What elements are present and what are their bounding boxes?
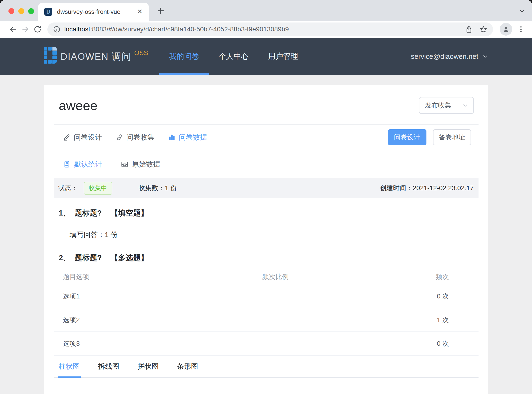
question-1-heading: 1、 题标题? 【填空题】	[59, 208, 479, 218]
subtab-label: 默认统计	[74, 160, 102, 169]
option-label: 选项2	[54, 316, 262, 324]
answer-value: 1 份	[105, 231, 118, 238]
user-email: service@diaowen.net	[411, 52, 478, 60]
question-2-heading: 2、 题标题? 【多选题】	[59, 253, 479, 263]
header-option: 题目选项	[54, 272, 262, 281]
chevron-down-icon	[462, 102, 469, 109]
profile-avatar[interactable]	[500, 23, 512, 36]
answer-table: 题目选项 频次比例 频次 选项1 0.00% 0 次 选项2 100.00% 1…	[54, 269, 479, 356]
frequency-value: 0 次	[408, 292, 479, 301]
header-frequency-ratio: 频次比例	[262, 272, 408, 281]
publish-select[interactable]: 发布收集	[419, 97, 474, 114]
table-row: 选项3 0.00% 0 次	[54, 332, 479, 356]
answer-url-button[interactable]: 答卷地址	[433, 129, 471, 145]
question-index: 1、	[59, 208, 71, 218]
collect-count-value: 1 份	[165, 184, 177, 192]
nav-item-personal-center[interactable]: 个人中心	[209, 38, 258, 75]
tab-label: 问卷设计	[74, 133, 102, 142]
url-bar[interactable]: localhost:8083/#/dw/survey/d/chart/c98fa…	[47, 22, 493, 36]
option-label: 选项3	[54, 339, 262, 348]
user-menu[interactable]: service@diaowen.net	[411, 52, 489, 60]
chart-tab-bar[interactable]: 条形图	[177, 362, 198, 371]
tab-survey-collect[interactable]: 问卷收集	[116, 133, 154, 142]
table-row: 选项2 100.00% 1 次	[54, 308, 479, 332]
main-menu: 我的问卷 个人中心 用户管理	[159, 38, 308, 75]
tab-label: 问卷收集	[126, 133, 154, 142]
site-info-icon[interactable]	[53, 26, 60, 33]
stats-subtabs: 默认统计 原始数据	[54, 150, 479, 178]
created-time-value: 2021-12-02 23:02:17	[413, 184, 474, 192]
subtab-raw-data[interactable]: 原始数据	[121, 160, 160, 169]
new-tab-button[interactable]: +	[157, 5, 164, 17]
chart-type-tabs: 柱状图 拆线图 拼状图 条形图	[54, 356, 479, 378]
question-type: 【填空题】	[111, 208, 148, 218]
survey-design-button[interactable]: 问卷设计	[388, 129, 426, 145]
browser-tab[interactable]: D dwsurvey-oss-front-vue ✕	[38, 3, 149, 21]
chart-tab-line[interactable]: 拆线图	[98, 362, 119, 371]
question-type: 【多选题】	[111, 253, 148, 263]
table-row: 选项1 0.00% 0 次	[54, 285, 479, 308]
option-label: 选项1	[54, 292, 262, 301]
brand: DIAOWEN 调问 OSS	[44, 47, 148, 66]
bar-chart-icon	[168, 134, 176, 141]
inbox-icon	[121, 161, 128, 168]
bookmark-star-icon[interactable]	[479, 25, 487, 33]
share-icon[interactable]	[465, 25, 473, 33]
reload-button[interactable]	[32, 23, 44, 35]
card-header: aweee 发布收集	[54, 85, 479, 124]
publish-select-value: 发布收集	[425, 101, 451, 110]
brand-badge: OSS	[134, 49, 148, 57]
tab-search-chevron-icon[interactable]	[518, 7, 525, 15]
brand-logo	[44, 47, 57, 66]
link-icon	[116, 134, 123, 141]
question-title: 题标题?	[74, 208, 102, 218]
tab-label: 问卷数据	[179, 133, 207, 142]
app-navbar: DIAOWEN 调问 OSS 我的问卷 个人中心 用户管理 service@di…	[0, 38, 532, 75]
window-controls	[8, 8, 34, 14]
frequency-value: 0 次	[408, 339, 479, 348]
collect-count: 收集数：1 份	[139, 184, 177, 192]
created-time: 创建时间：2021-12-02 23:02:17	[380, 184, 474, 192]
minimize-window-button[interactable]	[18, 8, 24, 14]
frequency-value: 1 次	[408, 316, 479, 324]
forward-button[interactable]	[19, 23, 32, 35]
favicon: D	[44, 8, 52, 16]
survey-card: aweee 发布收集 问卷设计 问卷收集	[44, 85, 488, 394]
answer-label: 填写回答：	[70, 231, 105, 238]
close-tab-icon[interactable]: ✕	[137, 8, 143, 15]
header-frequency: 频次	[408, 272, 479, 281]
question-1-answer: 填写回答：1 份	[70, 230, 479, 240]
chart-tab-pie[interactable]: 拼状图	[138, 362, 159, 371]
close-window-button[interactable]	[8, 8, 14, 14]
collect-count-label: 收集数：	[139, 184, 165, 192]
table-header: 题目选项 频次比例 频次	[54, 269, 479, 285]
tab-survey-design[interactable]: 问卷设计	[63, 133, 102, 142]
browser-window: D dwsurvey-oss-front-vue ✕ + localhost:8…	[0, 0, 532, 394]
tag-icon	[63, 161, 71, 168]
subtab-default-stats[interactable]: 默认统计	[63, 160, 102, 169]
url-text: localhost:8083/#/dw/survey/d/chart/c98fa…	[64, 26, 458, 33]
brand-name: DIAOWEN 调问	[60, 50, 131, 63]
survey-tabs: 问卷设计 问卷收集 问卷数据 问卷设计 答卷地址	[54, 125, 479, 150]
question-title: 题标题?	[74, 253, 102, 263]
question-index: 2、	[59, 253, 71, 263]
status-badge: 收集中	[84, 182, 112, 195]
nav-item-my-surveys[interactable]: 我的问卷	[159, 38, 209, 75]
survey-title: aweee	[59, 98, 98, 113]
subtab-label: 原始数据	[132, 160, 160, 169]
browser-tab-strip: D dwsurvey-oss-front-vue ✕ +	[0, 0, 532, 21]
chevron-down-icon	[482, 53, 489, 60]
browser-menu-button[interactable]	[517, 25, 525, 33]
page-background: aweee 发布收集 问卷设计 问卷收集	[0, 75, 532, 394]
tab-survey-data[interactable]: 问卷数据	[168, 133, 207, 142]
status-bar: 状态： 收集中 收集数：1 份 创建时间：2021-12-02 23:02:17	[54, 178, 479, 198]
chart-tab-column[interactable]: 柱状图	[59, 362, 80, 371]
nav-item-user-management[interactable]: 用户管理	[258, 38, 308, 75]
browser-toolbar: localhost:8083/#/dw/survey/d/chart/c98fa…	[0, 21, 532, 38]
edit-icon	[63, 134, 71, 141]
url-host: localhost	[64, 26, 90, 33]
back-button[interactable]	[7, 23, 19, 35]
created-time-label: 创建时间：	[380, 184, 413, 192]
zoom-window-button[interactable]	[28, 8, 34, 14]
tab-title: dwsurvey-oss-front-vue	[57, 8, 137, 16]
